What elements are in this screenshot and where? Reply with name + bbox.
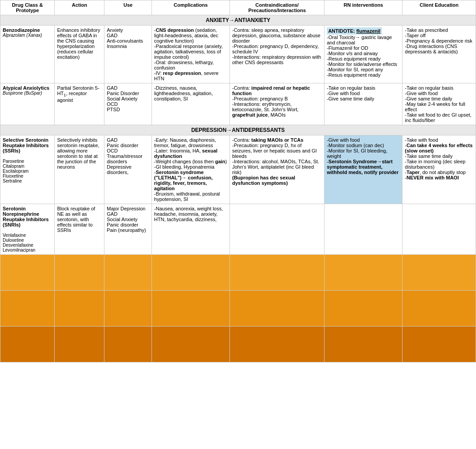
ssri-row: Selective Serotonin Reuptake Inhibitors … [0, 135, 476, 204]
snri-contra-cell [230, 204, 325, 255]
snri-use-pain: Pain (neuropathy) [107, 227, 149, 233]
bottom-row-1 [0, 255, 476, 291]
benzo-action-cell: Enhances inhibitory effects of GABA in t… [55, 26, 104, 83]
atypical-use-cell: GAD Panic Disorder Social Anxiety OCD PT… [104, 83, 152, 125]
benzo-prototype: Alprazolam (Xanax) [3, 33, 52, 38]
snri-use-mdd: Major Depression [107, 206, 149, 211]
ssri-drug-escitalopram: Escitalopram [3, 169, 52, 174]
snri-rn-cell [325, 204, 402, 255]
bottom-cell-2a [0, 291, 55, 327]
benzo-use-cell: Anxiety GAD Anti-convulsants Insomnia [104, 26, 152, 83]
snri-use-cell: Major Depression GAD Social Anxiety Pani… [104, 204, 152, 255]
ssri-use-panic: Panic disorder OCD [107, 143, 149, 153]
ssri-comp-cell: -Early: Nausea, diaphoresis, tremor, fat… [151, 135, 229, 204]
atypical-comp-text: -Dizziness, nausea, lightheadedness, agi… [154, 85, 213, 101]
anxiety-header-text: ANXIETY→ANTIANXIETY [0, 15, 476, 26]
bottom-cell-3e [230, 327, 325, 362]
bottom-cell-3b [55, 327, 104, 362]
atypical-use-panic: Panic Disorder [107, 91, 149, 96]
ssri-drug-sertraline: Sertraline [3, 179, 52, 183]
ssri-class-name: Selective Serotonin Reuptake Inhibitors … [3, 137, 52, 153]
benzo-rn-monitor-vs: -Monitor v/s and airway [327, 51, 400, 56]
benzo-client-cell: -Take as prescribed -Taper off -Pregnanc… [402, 26, 476, 83]
bottom-cell-2g [402, 291, 476, 327]
ssri-client-time: -Take same time daily [405, 153, 473, 159]
bottom-cell-3f [325, 327, 402, 362]
header-complications: Complications [151, 0, 229, 15]
bottom-cell-1c [104, 255, 152, 291]
bottom-cell-2d [151, 291, 229, 327]
header-action: Action [55, 0, 104, 15]
benzo-rn-cell: ANTIDOTE: flumazenil -Oral Toxicity→ gas… [325, 26, 402, 83]
benzo-comp-cell: -CNS depression (sedation, light-headedn… [151, 26, 229, 83]
ssri-drug-fluoxetine: Fluoxetine [3, 174, 52, 179]
atypical-client-time: -Give same time daily [405, 96, 473, 101]
atypical-client-gi: -Take wit food to dec GI upset, inc flui… [405, 112, 473, 123]
snri-comp-text: -Nausea, anorexia, weight loss, headache… [154, 206, 223, 222]
bottom-cell-1d [151, 255, 229, 291]
anxiety-section-header: ANXIETY→ANTIANXIETY [0, 15, 476, 26]
ssri-drug-paroxetine: Paroxetine [3, 159, 52, 164]
ssri-client-weeks: -Can take 4 weeks for effects (slow onse… [405, 143, 473, 153]
benzo-client-taper: -Taper off [405, 33, 473, 38]
snri-drug-levomilnacipran: Levomilnacipran [3, 248, 52, 253]
ssri-client-taper: -Taper, do not abruptly stop [405, 170, 473, 175]
ssri-rn-sodium: -Monitor sodium (can dec) [327, 143, 400, 148]
ssri-contra-cell: -Contra: taking MAOIs or TCAs-Precaution… [230, 135, 325, 204]
depression-section-header: DEPRESSION→ANTIDEPRESSANTS [0, 125, 476, 135]
ssri-rn-cell: -Give with food -Monitor sodium (can dec… [325, 135, 402, 204]
benzo-contra-text: -Contra: sleep apnea, respiratory depres… [232, 27, 321, 65]
snri-use-gad: GAD [107, 211, 149, 217]
snri-drug-duloxetine: Duloxetine [3, 238, 52, 243]
bottom-cell-3a [0, 327, 55, 362]
ssri-rn-monitor: -Monitor for SI, GI bleeding, weight [327, 148, 400, 159]
atypical-client-regular: -Take on regular basis [405, 85, 473, 91]
atypical-use-social: Social Anxiety [107, 96, 149, 101]
header-client-ed: Client Education [402, 0, 476, 15]
atypical-action-text: Partial Serotonin 5-HT1, receptor agonis… [57, 85, 99, 103]
ssri-action-cell: Selectively inhibits serotonin reuptake,… [55, 135, 104, 204]
ssri-rn-serotonin: -Serotonin Syndrome→start symptomatic tr… [327, 159, 400, 175]
atypical-class-name: Atypical Anxiolytics [3, 85, 52, 91]
atypical-client-cell: -Take on regular basis -Give with food -… [402, 83, 476, 125]
snri-row: Serotonin Norepinephrine Reuptake Inhibi… [0, 204, 476, 255]
atypical-contra-cell: -Contra: impaired renal or hepatic funct… [230, 83, 325, 125]
bottom-cell-1g [402, 255, 476, 291]
benzo-rn-oral: -Oral Toxicity→ gastric lavage and charc… [327, 35, 400, 45]
snri-action-text: Block reuptake of NE as well as serotoni… [57, 206, 95, 233]
bottom-cell-3c [104, 327, 152, 362]
benzo-rn-resus2: -Resus equipment ready [327, 72, 400, 78]
ssri-action-text: Selectively inhibits serotonin reuptake,… [57, 137, 99, 170]
bottom-cell-2e [230, 291, 325, 327]
snri-use-social: Social Anxiety [107, 217, 149, 222]
bottom-cell-2f [325, 291, 402, 327]
atypical-prototype: Buspirone (BuSpar) [3, 91, 52, 96]
bottom-cell-3d [151, 327, 229, 362]
ssri-use-gad: GAD [107, 137, 149, 143]
bottom-cell-1f [325, 255, 402, 291]
benzo-drug-cell: Benzodiazepine Alprazolam (Xanax) [0, 26, 55, 83]
benzo-action-text: Enhances inhibitory effects of GABA in t… [57, 27, 100, 60]
atypical-contra-text: -Contra: impaired renal or hepatic funct… [232, 85, 310, 118]
atypical-client-food: -Give with food [405, 91, 473, 96]
header-contra: Contraindications/ Precautions/Interacti… [230, 0, 325, 15]
ssri-contra-text: -Contra: taking MAOIs or TCAs-Precaution… [232, 137, 319, 186]
atypical-drug-cell: Atypical Anxiolytics Buspirone (BuSpar) [0, 83, 55, 125]
benzo-client-prescribed: -Take as prescribed [405, 27, 473, 33]
benzo-antidote: ANTIDOTE: flumazenil [327, 27, 400, 35]
bottom-cell-1b [55, 255, 104, 291]
atypical-rn-time: -Give same time daily [327, 96, 400, 101]
atypical-rn-regular: -Take on regular basis [327, 85, 400, 91]
benzo-comp-text: -CNS depression (sedation, light-headedn… [154, 27, 223, 81]
ssri-comp-text: -Early: Nausea, diaphoresis, tremor, fat… [154, 137, 227, 202]
ssri-use-trauma: Trauma/stressor disorders [107, 153, 149, 164]
ssri-drug-cell: Selective Serotonin Reuptake Inhibitors … [0, 135, 55, 204]
snri-drug-venlafaxine: Venlafaxine [3, 233, 52, 238]
snri-drug-cell: Serotonin Norepinephrine Reuptake Inhibi… [0, 204, 55, 255]
ssri-rn-food: -Give with food [327, 137, 400, 143]
atypical-rn-cell: -Take on regular basis -Give with food -… [325, 83, 402, 125]
benzo-rn-monitor-side: -Monitor for side/adverse effects [327, 61, 400, 67]
ssri-client-maoi: -NEVER mix with MAOI [405, 175, 473, 180]
benzo-client-drug-int: -Drug interactions (CNS depressants & an… [405, 44, 473, 54]
snri-drug-desvenlafaxine: Desvenlafaxine [3, 243, 52, 248]
